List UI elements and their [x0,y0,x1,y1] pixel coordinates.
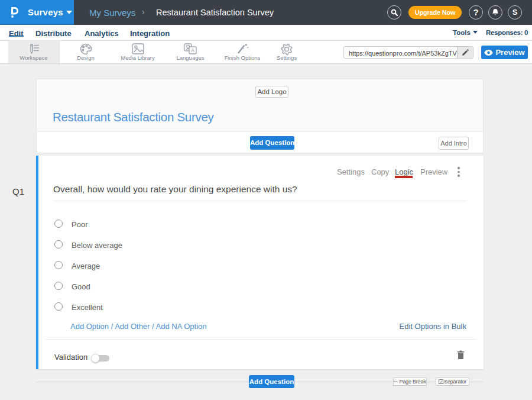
svg-text:A: A [191,47,194,53]
